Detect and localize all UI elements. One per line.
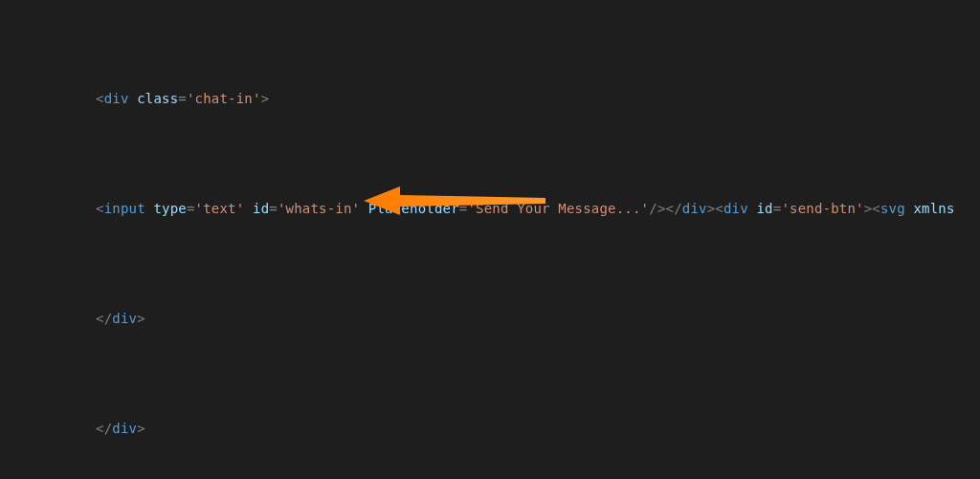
code-line: </div> xyxy=(27,418,980,440)
code-line: </div> xyxy=(27,308,980,330)
code-line: <div class='chat-in'> xyxy=(27,88,980,110)
code-editor[interactable]: <div class='chat-in'> <input type='text'… xyxy=(0,0,980,479)
code-line: <input type='text' id='whats-in' Placeho… xyxy=(27,198,980,220)
